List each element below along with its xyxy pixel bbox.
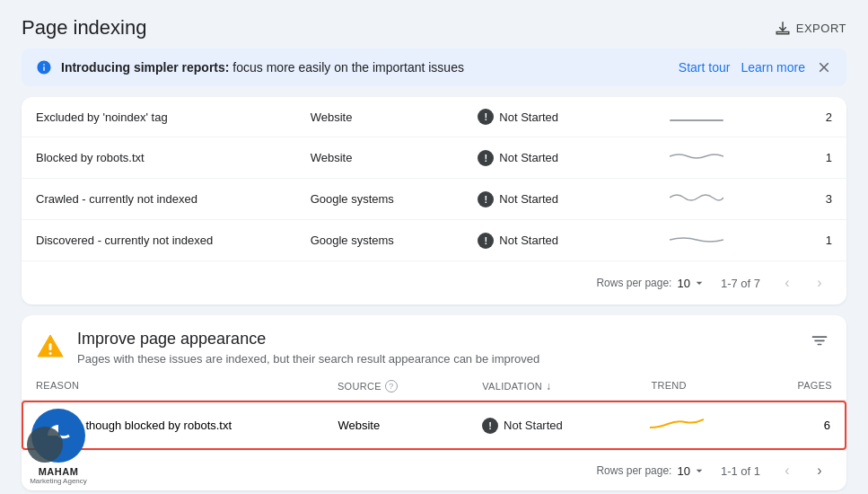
- card2-title: Improve page appearance: [77, 330, 539, 348]
- card2-header-left: Improve page appearance Pages with these…: [36, 330, 539, 366]
- status-icon: !: [478, 109, 494, 125]
- status-icon: !: [478, 150, 494, 166]
- row-trend: [655, 137, 775, 179]
- logo-area: MAHAM Marketing Agency: [9, 404, 108, 485]
- banner-text: Introducing simpler reports: focus more …: [36, 59, 464, 75]
- table-row[interactable]: Blocked by robots.txt Website ! Not Star…: [22, 137, 846, 179]
- rows-per-page: Rows per page: 10: [596, 463, 706, 478]
- rows-per-page: Rows per page: 10: [596, 276, 706, 290]
- status-label: Not Started: [499, 192, 558, 206]
- close-banner-button[interactable]: [816, 59, 832, 75]
- page-info: 1-1 of 1: [721, 464, 760, 478]
- prev-page-button[interactable]: ‹: [775, 270, 800, 296]
- row-trend: [650, 415, 770, 436]
- col-header-pages: Pages: [772, 380, 832, 393]
- indexing-table: Excluded by 'noindex' tag Website ! Not …: [22, 97, 846, 260]
- table2-pagination: Rows per page: 10 1-1 of 1 ‹ ›: [22, 450, 846, 490]
- row-trend: [655, 220, 775, 261]
- card2-text: Improve page appearance Pages with these…: [77, 330, 539, 366]
- warning-icon: [36, 331, 65, 360]
- row-trend: [655, 179, 775, 220]
- row-source: Website: [296, 97, 464, 137]
- row-pages: 6: [770, 419, 830, 432]
- table-row[interactable]: Indexed, though blocked by robots.txt We…: [22, 401, 846, 450]
- pagination-nav: ‹ ›: [775, 458, 832, 483]
- logo-name: MAHAM: [39, 466, 79, 477]
- status-label: Not Started: [504, 419, 563, 432]
- row-trend: [655, 97, 775, 137]
- improve-appearance-card: Improve page appearance Pages with these…: [22, 315, 846, 490]
- logo: [27, 404, 90, 463]
- trend-orange-icon: [650, 415, 704, 433]
- page-info: 1-7 of 7: [721, 277, 760, 290]
- row-reason: Excluded by 'noindex' tag: [22, 97, 296, 137]
- logo-accent: [27, 427, 63, 463]
- row-validation: ! Not Started: [463, 97, 654, 137]
- start-tour-link[interactable]: Start tour: [679, 60, 731, 75]
- trend-wavy-icon: [670, 190, 723, 205]
- card2-header: Improve page appearance Pages with these…: [22, 315, 846, 373]
- col-header-source: Source ?: [338, 380, 482, 393]
- row-source: Google systems: [296, 179, 464, 220]
- pagination-nav: ‹ ›: [775, 270, 832, 296]
- filter-button[interactable]: [807, 330, 832, 359]
- svg-rect-0: [49, 343, 52, 350]
- rows-per-page-select[interactable]: 10: [677, 276, 706, 290]
- row-validation: ! Not Started: [463, 137, 654, 179]
- next-page-button[interactable]: ›: [807, 270, 832, 296]
- table2-header: Reason Source ? Validation ↓ Trend Pages: [22, 373, 846, 401]
- chevron-down-icon: [692, 276, 706, 290]
- logo-sub: Marketing Agency: [30, 477, 87, 485]
- row-pages: 2: [775, 97, 846, 137]
- row-reason: Blocked by robots.txt: [22, 137, 296, 179]
- intro-banner: Introducing simpler reports: focus more …: [22, 49, 846, 86]
- status-icon: !: [478, 233, 494, 249]
- status-label: Not Started: [499, 234, 558, 247]
- sort-arrow-icon[interactable]: ↓: [546, 380, 551, 393]
- row-source: Website: [338, 419, 482, 432]
- page-header: Page indexing EXPORT: [0, 0, 868, 49]
- page-title: Page indexing: [22, 16, 146, 40]
- card2-subtitle: Pages with these issues are indexed, but…: [77, 352, 539, 366]
- indexing-table-body: Excluded by 'noindex' tag Website ! Not …: [22, 97, 846, 260]
- prev-page-button[interactable]: ‹: [775, 458, 800, 483]
- col-header-validation: Validation ↓: [482, 380, 651, 393]
- row-source: Website: [296, 137, 464, 179]
- chevron-down-icon: [692, 463, 706, 478]
- trend-wavy-icon: [670, 232, 723, 246]
- table-pagination: Rows per page: 10 1-7 of 7 ‹ ›: [22, 260, 846, 304]
- trend-wavy-icon: [670, 149, 723, 163]
- source-info-icon[interactable]: ?: [385, 380, 398, 393]
- row-source: Google systems: [296, 220, 464, 261]
- table-row[interactable]: Discovered - currently not indexed Googl…: [22, 220, 846, 261]
- svg-rect-1: [49, 352, 52, 355]
- row-pages: 3: [775, 179, 846, 220]
- learn-more-link[interactable]: Learn more: [741, 60, 805, 75]
- status-icon: !: [482, 418, 498, 434]
- row-validation: ! Not Started: [482, 418, 650, 434]
- export-button[interactable]: EXPORT: [775, 20, 846, 36]
- row-pages: 1: [775, 137, 846, 179]
- indexing-table-card: Excluded by 'noindex' tag Website ! Not …: [22, 97, 846, 304]
- status-icon: !: [478, 191, 494, 207]
- filter-icon: [811, 333, 829, 351]
- row-reason: Crawled - currently not indexed: [22, 179, 296, 220]
- row-validation: ! Not Started: [463, 220, 654, 261]
- col-header-trend: Trend: [651, 380, 771, 393]
- close-icon: [816, 59, 832, 75]
- rows-per-page-select[interactable]: 10: [677, 463, 706, 478]
- status-label: Not Started: [499, 151, 558, 164]
- banner-actions: Start tour Learn more: [679, 59, 832, 75]
- table-row[interactable]: Crawled - currently not indexed Google s…: [22, 179, 846, 220]
- table-row[interactable]: Excluded by 'noindex' tag Website ! Not …: [22, 97, 846, 137]
- status-label: Not Started: [499, 110, 558, 124]
- info-icon: [36, 59, 52, 75]
- download-icon: [775, 20, 791, 36]
- col-header-reason: Reason: [36, 380, 338, 393]
- row-reason: Discovered - currently not indexed: [22, 220, 296, 261]
- next-page-button[interactable]: ›: [807, 458, 832, 483]
- row-validation: ! Not Started: [463, 179, 654, 220]
- row-pages: 1: [775, 220, 846, 261]
